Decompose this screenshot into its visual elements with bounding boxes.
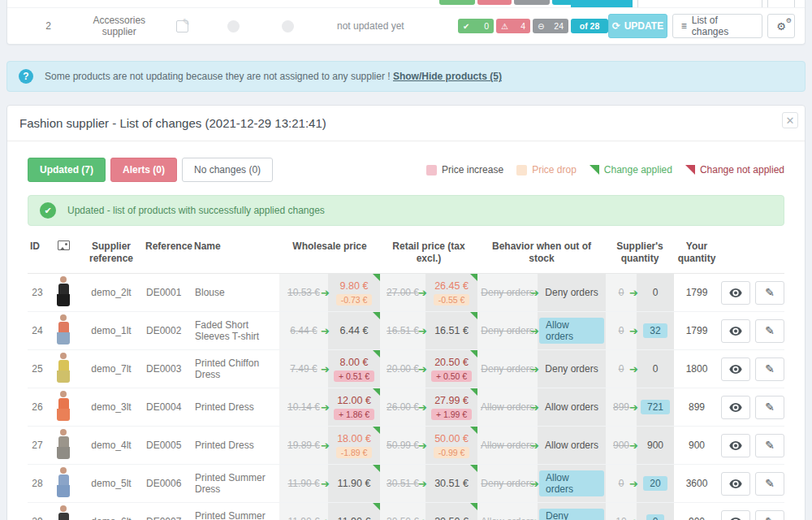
pencil-icon: ✎ [765, 477, 775, 490]
change-arrow-icon: ➔ [418, 364, 427, 375]
behavior-new: ➔ Allow orders [538, 312, 606, 349]
view-button[interactable] [721, 434, 750, 457]
behavior-old: Allow orders [477, 388, 538, 426]
col-supplier-quantity: Supplier's quantity [606, 239, 674, 266]
edit-icon: ✎ [176, 20, 188, 32]
view-button[interactable] [721, 396, 750, 419]
col-your-quantity: Your quantity [674, 239, 719, 266]
gears-icon: ⚙⚙ [776, 20, 786, 32]
wholesale-new-price: ➔ 6.44 € [328, 312, 380, 349]
behavior-new: ➔ Allow orders [538, 388, 606, 426]
supplier-reference: demo_2lt [80, 274, 143, 311]
edit-supplier-button[interactable]: ✎ [158, 20, 205, 32]
settings-button[interactable] [767, 0, 795, 8]
toggle-1[interactable] [205, 20, 261, 32]
product-thumbnail [47, 350, 80, 388]
settings-button[interactable]: ⚙⚙ [767, 14, 795, 38]
alerts-badge: ⚠4 [496, 19, 530, 33]
eye-icon [729, 365, 742, 374]
legend-price-increase: Price increase [426, 164, 503, 176]
wholesale-new-price: ➔ 11.90 € [328, 465, 380, 502]
edit-button[interactable]: ✎ [755, 396, 784, 419]
change-arrow-icon: ➔ [321, 517, 330, 520]
pencil-icon: ✎ [765, 362, 775, 375]
change-arrow-icon: ➔ [629, 440, 638, 451]
supplier-reference: demo_6lt [80, 503, 143, 520]
change-arrow-icon: ➔ [418, 402, 427, 413]
change-applied-icon [373, 274, 380, 281]
change-applied-icon [470, 427, 477, 434]
row-actions: ✎ [719, 388, 786, 426]
behavior-old: Allow orders [477, 503, 538, 520]
supplier-quantity-new: ➔ 20 [637, 465, 674, 502]
table-row: 23 demo_2lt DE0001 Blouse 10.53 € ➔ 9.80… [28, 274, 784, 312]
table-row: 24 demo_1lt DE0002 Faded Short Sleeves T… [28, 312, 784, 350]
product-name: Blouse [192, 274, 279, 311]
product-thumbnail [47, 312, 80, 349]
table-body: 23 demo_2lt DE0001 Blouse 10.53 € ➔ 9.80… [28, 274, 784, 520]
product-id: 23 [28, 274, 47, 311]
update-button[interactable]: ⟳ UPDATE [608, 14, 667, 38]
change-arrow-icon: ➔ [530, 288, 539, 298]
change-arrow-icon: ➔ [418, 517, 427, 520]
change-arrow-icon: ➔ [418, 479, 427, 489]
table-row: 27 demo_4lt DE0005 Printed Dress 19.89 €… [28, 427, 784, 465]
product-reference: DE0004 [143, 388, 192, 426]
change-arrow-icon: ➔ [629, 326, 638, 336]
suppliers-table-card: 2 Accessories supplier ✎ not updated yet… [6, 0, 806, 45]
product-name: Printed Chiffon Dress [192, 350, 279, 388]
product-id: 27 [28, 427, 47, 464]
tab-alerts[interactable]: Alerts (0) [110, 158, 177, 182]
change-arrow-icon: ➔ [530, 479, 539, 489]
price-delta-badge: -0.73 € [336, 294, 373, 306]
check-circle-icon: ✔ [40, 202, 56, 219]
behavior-new: ➔ Allow orders [538, 465, 606, 502]
edit-button[interactable]: ✎ [755, 510, 784, 520]
your-quantity: 900 [674, 503, 719, 520]
change-arrow-icon: ➔ [530, 517, 539, 520]
change-applied-icon [373, 388, 380, 396]
update-button[interactable] [571, 0, 633, 8]
change-arrow-icon: ➔ [530, 402, 539, 413]
behavior-new: ➔ Deny orders [538, 274, 606, 311]
change-arrow-icon: ➔ [321, 364, 330, 375]
change-arrow-icon: ➔ [629, 517, 638, 520]
close-icon[interactable]: ✕ [782, 112, 798, 128]
wholesale-new-price: ➔ 18.00 € -1.89 € [328, 427, 380, 464]
edit-button[interactable]: ✎ [755, 358, 784, 381]
edit-button[interactable]: ✎ [755, 472, 784, 496]
list-of-changes-button[interactable]: ≡ List of changes [672, 14, 763, 38]
tab-updated[interactable]: Updated (7) [28, 158, 106, 182]
total-badge: of 28 [571, 19, 608, 33]
change-arrow-icon: ➔ [321, 440, 330, 451]
product-name: Printed Summer Dress [192, 465, 279, 502]
edit-button[interactable]: ✎ [755, 281, 784, 305]
view-button[interactable] [721, 281, 750, 305]
alerts-badge [477, 0, 512, 5]
wholesale-new-price: ➔ 8.00 € + 0.51 € [328, 350, 380, 388]
change-arrow-icon: ➔ [418, 326, 427, 336]
list-of-changes-button[interactable] [637, 0, 762, 8]
panel-body: Updated (7) Alerts (0) No changes (0) Pr… [7, 141, 805, 520]
row-actions: ✎ [719, 274, 786, 311]
your-quantity: 900 [674, 427, 719, 464]
product-name: Printed Dress [192, 388, 279, 426]
row-actions: ✎ [719, 465, 786, 502]
view-button[interactable] [721, 358, 750, 381]
wholesale-new-price: ➔ 9.80 € -0.73 € [328, 274, 380, 311]
edit-button[interactable]: ✎ [755, 434, 784, 457]
show-hide-products-link[interactable]: Show/Hide products (5) [393, 71, 502, 82]
supplier-reference: demo_4lt [80, 427, 143, 464]
view-button[interactable] [721, 510, 750, 520]
change-arrow-icon: ➔ [321, 402, 330, 413]
change-arrow-icon: ➔ [629, 402, 638, 413]
behavior-new: ➔ Deny orders [538, 503, 606, 520]
view-button[interactable] [721, 472, 750, 496]
row-actions: ✎ [719, 503, 786, 520]
price-delta-badge: -0.55 € [434, 294, 470, 306]
edit-button[interactable]: ✎ [755, 319, 784, 343]
tab-no-changes[interactable]: No changes (0) [182, 158, 273, 182]
view-button[interactable] [721, 319, 750, 343]
your-quantity: 3600 [674, 465, 719, 502]
toggle-2[interactable] [261, 20, 316, 32]
